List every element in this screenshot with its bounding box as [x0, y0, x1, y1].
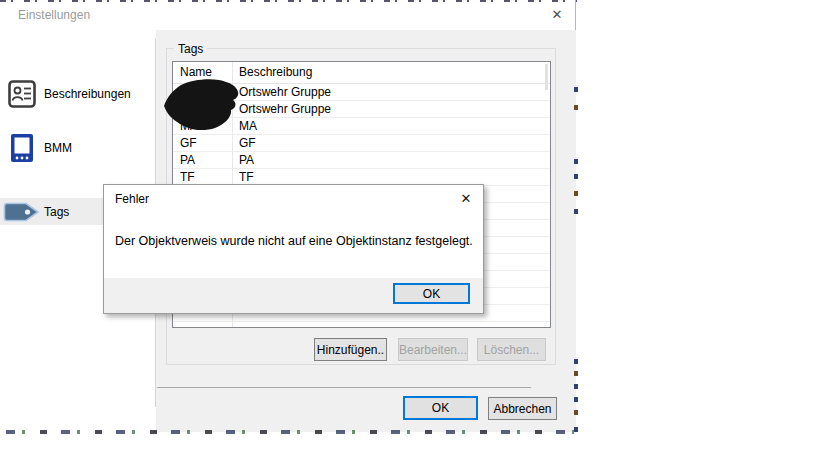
tags-groupbox-title: Tags	[174, 42, 207, 56]
cancel-button[interactable]: Abbrechen	[488, 397, 557, 420]
error-dialog-title: Fehler	[115, 192, 149, 206]
error-message: Der Objektverweis wurde nicht auf eine O…	[115, 234, 473, 248]
delete-button: Löschen...	[477, 338, 546, 361]
cell-name: PA	[173, 152, 232, 169]
cell-beschreibung: Ortswehr Gruppe	[232, 84, 550, 101]
background-artifact	[574, 371, 578, 376]
screen: Einstellungen ✕ Beschreibungen	[0, 0, 819, 460]
cell-beschreibung: MA	[232, 118, 550, 135]
sidebar-item-label: Tags	[44, 205, 69, 219]
cell-beschreibung: GF	[232, 135, 550, 152]
background-artifact	[574, 87, 578, 92]
table-scrollbar-thumb[interactable]	[545, 64, 548, 90]
background-artifact	[574, 105, 578, 110]
background-artifact	[574, 159, 578, 164]
cell-beschreibung: PA	[232, 152, 550, 169]
background-artifact	[574, 384, 578, 389]
edit-button: Bearbeiten...	[398, 338, 468, 361]
column-header-beschreibung[interactable]: Beschreibung	[232, 62, 550, 83]
footer-separator	[157, 387, 531, 388]
background-artifact	[574, 191, 578, 196]
contact-card-icon	[0, 80, 44, 108]
background-artifact	[574, 397, 578, 402]
background-artifact	[6, 430, 574, 434]
sidebar-item-label: BMM	[44, 141, 72, 155]
sidebar-item-label: Beschreibungen	[44, 87, 131, 101]
background-artifact	[574, 427, 578, 432]
cell-name: GF	[173, 135, 232, 152]
ok-button[interactable]: OK	[403, 396, 478, 420]
background-artifact	[574, 209, 578, 214]
sidebar-item-bmm[interactable]: BMM	[0, 130, 154, 166]
background-artifact	[574, 359, 578, 364]
background-artifact	[574, 174, 578, 179]
background-artifact	[574, 410, 578, 415]
sidebar-item-beschreibungen[interactable]: Beschreibungen	[0, 76, 154, 112]
error-dialog-footer: OK	[104, 278, 483, 313]
table-row[interactable]: PA PA	[173, 152, 550, 169]
table-row[interactable]: GF GF	[173, 135, 550, 152]
pager-icon	[0, 133, 44, 163]
add-button[interactable]: Hinzufügen..	[314, 338, 387, 361]
error-ok-button[interactable]: OK	[393, 283, 470, 304]
error-dialog-close-icon[interactable]: ✕	[455, 190, 477, 208]
redaction-blob	[163, 77, 241, 132]
window-title: Einstellungen	[18, 8, 90, 22]
window-close-icon[interactable]: ✕	[545, 5, 569, 25]
cell-beschreibung: Ortswehr Gruppe	[232, 101, 550, 118]
error-dialog: Fehler ✕ Der Objektverweis wurde nicht a…	[103, 184, 484, 314]
tag-icon	[0, 202, 44, 222]
background-artifact	[0, 0, 577, 2]
